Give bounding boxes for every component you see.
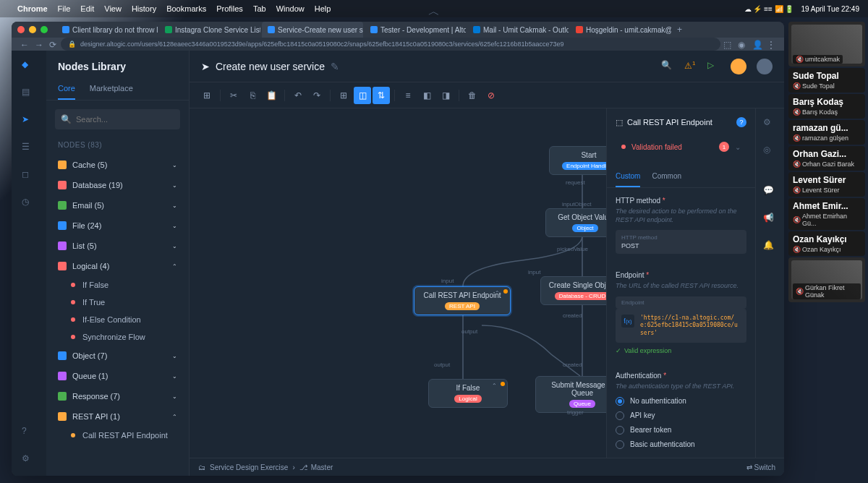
target-icon[interactable]: ◎ — [763, 145, 778, 159]
node-category[interactable]: Object (7)⌄ — [46, 346, 189, 366]
participant[interactable]: 🔇umitcakmak — [788, 22, 865, 67]
snap-button[interactable]: ⇅ — [373, 87, 390, 104]
cut-button[interactable]: ✂ — [225, 87, 242, 104]
warning-icon[interactable]: ⚠1 — [684, 60, 697, 73]
flow-node[interactable]: ⌃StartEndpoint Handler — [549, 146, 606, 175]
tab-core[interactable]: Core — [58, 78, 75, 100]
canvas[interactable]: ⌃StartEndpoint Handler⌃Get Object ValueO… — [190, 108, 606, 458]
extension-icon[interactable]: ⬚ — [723, 40, 732, 48]
flow-node[interactable]: ⌃If FalseLogical — [428, 379, 508, 408]
participant[interactable]: Ozan Kayıkçı🔇Ozan Kayıkçı — [788, 231, 865, 256]
clock-icon[interactable]: ◷ — [22, 197, 36, 211]
auth-radio[interactable]: Bearer token — [616, 426, 746, 435]
search-input[interactable] — [76, 115, 176, 124]
browser-tab[interactable]: Instagra Clone Service List - G× — [159, 22, 260, 38]
node-category[interactable]: File (24)⌄ — [46, 215, 189, 236]
flow-node[interactable]: ⌃Call REST API EndpointREST API — [414, 286, 511, 315]
back-icon[interactable]: ← — [20, 40, 29, 48]
new-tab-button[interactable]: + — [677, 25, 682, 35]
grid-button[interactable]: ⊞ — [335, 87, 352, 104]
participant[interactable]: Barış Kodaş🔇Barış Kodaş — [788, 94, 865, 119]
node-category[interactable]: List (5)⌄ — [46, 236, 189, 256]
tab-marketplace[interactable]: Marketplace — [90, 78, 133, 100]
help-icon[interactable]: ? — [22, 426, 36, 440]
database-icon[interactable]: ▤ — [22, 87, 36, 101]
endpoint-input[interactable]: f(x) 'https://c1-na.altogic.com/e:625efb… — [616, 309, 746, 343]
node-item[interactable]: If-Else Condition — [46, 311, 189, 328]
menu-edit[interactable]: Edit — [80, 4, 94, 13]
forward-icon[interactable]: → — [35, 40, 43, 48]
panel-button[interactable]: ◧ — [418, 87, 435, 104]
http-method-select[interactable]: HTTP method POST — [616, 230, 746, 254]
list-icon[interactable]: ☰ — [22, 142, 36, 156]
chat-icon[interactable]: 💬 — [763, 185, 778, 200]
menu-tab[interactable]: Tab — [253, 4, 266, 13]
node-category[interactable]: Database (19)⌄ — [46, 175, 189, 195]
node-category[interactable]: Logical (4)⌃ — [46, 256, 189, 276]
flow-node[interactable]: ⌃Create Single ObjectDatabase - CRUD — [540, 276, 606, 305]
search-box[interactable]: 🔍 — [55, 109, 180, 129]
menu-window[interactable]: Window — [276, 4, 305, 13]
node-category[interactable]: Email (5)⌄ — [46, 195, 189, 215]
tab-custom[interactable]: Custom — [616, 166, 640, 187]
settings-icon[interactable]: ⚙ — [763, 117, 778, 132]
auth-radio[interactable]: No authentication — [616, 397, 746, 406]
flow-node[interactable]: ⌃Get Object ValueObject — [545, 208, 606, 237]
layout-button[interactable]: ◫ — [354, 87, 371, 104]
node-item[interactable]: If True — [46, 294, 189, 311]
participant[interactable]: Sude Topal🔇Sude Topal — [788, 68, 865, 93]
maximize-window[interactable] — [41, 26, 48, 33]
copy-button[interactable]: ⎘ — [244, 87, 261, 104]
delete-button[interactable]: 🗑 — [464, 87, 481, 104]
menu-history[interactable]: History — [132, 4, 156, 13]
menu-profiles[interactable]: Profiles — [216, 4, 243, 13]
bell-icon[interactable]: 🔔 — [763, 240, 778, 255]
participant[interactable]: Ahmet Emir...🔇Ahmet Emirhan Gü... — [788, 198, 865, 230]
stop-button[interactable]: ⊘ — [482, 87, 500, 104]
menu-file[interactable]: File — [58, 4, 71, 13]
play-icon[interactable]: ▷ — [707, 60, 720, 73]
align-button[interactable]: ≡ — [399, 87, 417, 104]
switch-button[interactable]: ⇄ Switch — [746, 463, 775, 471]
browser-tab[interactable]: Hoşgeldin - umit.cakmak@gm× — [570, 22, 671, 38]
avatar[interactable] — [757, 59, 773, 74]
reload-icon[interactable]: ⟳ — [49, 40, 58, 48]
node-item[interactable]: Synchronize Flow — [46, 328, 189, 346]
flow-node[interactable]: ⌃Submit Message to QueueQueue — [535, 376, 606, 413]
node-category[interactable]: REST API (1)⌃ — [46, 406, 189, 427]
url-input[interactable]: 🔒designer.altogic.com/users/6128eaeec344… — [61, 38, 720, 51]
close-window[interactable] — [17, 26, 25, 33]
menu-help[interactable]: Help — [315, 4, 331, 13]
fx-icon[interactable]: f(x) — [621, 315, 634, 328]
collapse-chevron[interactable]: ︿ — [428, 4, 440, 20]
profile-icon[interactable]: 👤 — [752, 40, 761, 48]
participant[interactable]: ramazan gü...🔇ramazan gülşen — [788, 120, 865, 145]
search-icon[interactable]: 🔍 — [661, 60, 674, 73]
participant[interactable]: Levent Sürer🔇Levent Sürer — [788, 172, 865, 197]
avatar[interactable] — [731, 59, 746, 74]
extension-icon[interactable]: ◉ — [738, 40, 746, 48]
node-item[interactable]: Call REST API Endpoint — [46, 427, 189, 444]
edit-icon[interactable]: ✎ — [331, 61, 339, 72]
auth-radio[interactable]: Basic authentication — [616, 440, 746, 449]
add-node-button[interactable]: ⊞ — [198, 87, 216, 104]
browser-tab[interactable]: Client library do not throw loc× — [56, 22, 158, 38]
redo-button[interactable]: ↷ — [308, 87, 326, 104]
undo-button[interactable]: ↶ — [289, 87, 307, 104]
node-category[interactable]: Queue (1)⌄ — [46, 366, 189, 386]
participant[interactable]: Orhan Gazi...🔇Orhan Gazi Barak — [788, 146, 865, 171]
menu-icon[interactable]: ⋮ — [767, 40, 775, 48]
tab-common[interactable]: Common — [652, 166, 681, 187]
browser-tab[interactable]: Service-Create new user serv× — [262, 22, 363, 38]
node-category[interactable]: Cache (5)⌄ — [46, 155, 189, 175]
node-category[interactable]: Response (7)⌄ — [46, 386, 189, 406]
box-icon[interactable]: ◻ — [22, 169, 36, 184]
minimize-window[interactable] — [29, 26, 36, 33]
browser-tab[interactable]: Tester - Development | Altogic× — [365, 22, 466, 38]
participant[interactable]: 🔇Gürkan Fikret Günak — [788, 257, 865, 302]
announce-icon[interactable]: 📢 — [763, 213, 778, 227]
help-icon[interactable]: ? — [736, 117, 746, 127]
node-item[interactable]: If False — [46, 276, 189, 294]
panel-button[interactable]: ◨ — [437, 87, 454, 104]
validation-error[interactable]: Validation failed 1 ⌄ — [616, 136, 746, 158]
